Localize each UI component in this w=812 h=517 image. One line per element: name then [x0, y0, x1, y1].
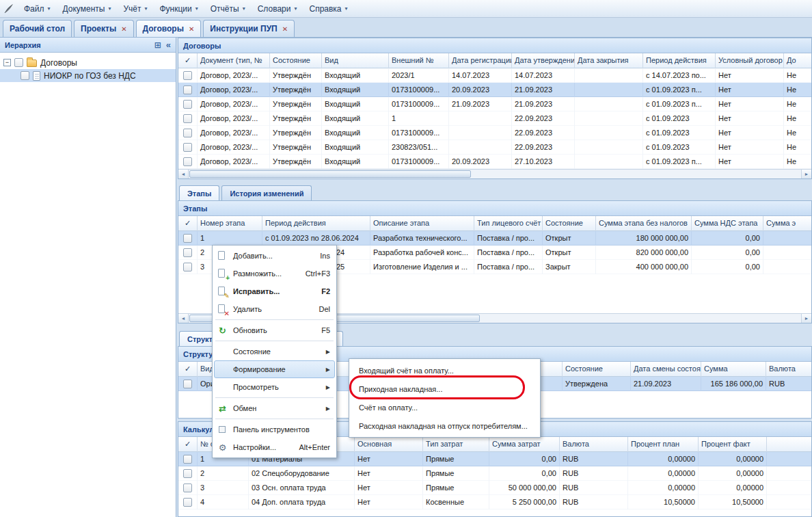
menu-item[interactable]: ↻ОбновитьF5 [214, 321, 335, 339]
main-tab[interactable]: Проекты✕ [74, 20, 133, 37]
submenu-item[interactable]: Счёт на оплату... [349, 398, 540, 416]
tree-node[interactable]: НИОКР по ГОЗ без НДС [0, 69, 176, 82]
column-header[interactable]: Сумма этапа без налогов [596, 216, 692, 231]
table-row[interactable]: Договор, 2023/...УтверждёнВходящий122.09… [178, 111, 811, 126]
row-checkbox[interactable] [183, 248, 192, 257]
submenu-item[interactable]: Расходная накладная на отпуск потребител… [349, 416, 540, 435]
column-header[interactable]: Дата регистрации [449, 53, 512, 68]
table-row[interactable]: Договор, 2023/...УтверждёнВходящий2023/1… [178, 68, 811, 83]
menu-item[interactable]: ✎Исправить...F2 [214, 282, 335, 300]
row-checkbox[interactable] [183, 85, 192, 94]
menu-item[interactable]: Просмотреть▶ [214, 378, 335, 396]
tree-checkbox[interactable] [21, 71, 29, 80]
grid-settings-icon[interactable]: ⊞ [154, 40, 161, 50]
table-row[interactable]: 1с 01.09.2023 по 28.06.2024Разработка те… [178, 231, 811, 246]
column-header[interactable]: Валюта [560, 437, 628, 452]
close-tab-icon[interactable]: ✕ [282, 25, 288, 33]
tree-checkbox[interactable] [14, 58, 23, 67]
column-header[interactable]: Состояние [543, 216, 596, 231]
column-header[interactable]: Сумма затрат [489, 437, 560, 452]
row-checkbox[interactable] [183, 455, 192, 464]
column-header[interactable]: До [784, 53, 811, 68]
column-header[interactable]: Основная [355, 437, 423, 452]
column-header[interactable]: Дата смены состоя [631, 362, 701, 377]
row-checkbox[interactable] [183, 380, 192, 388]
column-header[interactable]: Период действия [643, 53, 716, 68]
column-header[interactable]: Валюта [766, 362, 811, 377]
menu-item[interactable]: ✕УдалитьDel [214, 300, 335, 318]
table-row[interactable]: Договор, 2023/...УтверждёнВходящий017310… [178, 97, 811, 111]
row-checkbox[interactable] [183, 263, 192, 271]
scroll-thumb[interactable] [189, 170, 471, 178]
menubar-item[interactable]: Документы▾ [57, 0, 118, 18]
submenu-item[interactable]: Входящий счёт на оплату... [349, 361, 540, 380]
column-header[interactable]: Дата утверждения [512, 53, 575, 68]
column-header[interactable]: ✓ [178, 53, 198, 68]
column-header[interactable]: Сумма э [763, 216, 811, 231]
column-header[interactable]: Тип затрат [423, 437, 489, 452]
main-tab[interactable]: Рабочий стол [3, 20, 72, 37]
scroll-right-arrow-icon[interactable]: ► [801, 170, 811, 178]
menu-item[interactable]: ⇄Обмен▶ [214, 399, 335, 417]
menu-item[interactable]: Формирование▶ [214, 360, 335, 378]
table-row[interactable]: Договор, 2023/...УтверждёнВходящий017310… [178, 126, 811, 140]
section-tab[interactable]: Этапы [179, 185, 219, 200]
table-row[interactable]: 202 СпецоборудованиеНетПрямые0,00RUB0,00… [178, 466, 811, 481]
tree-expander-icon[interactable]: − [3, 59, 11, 66]
column-header[interactable]: ✓ [178, 362, 198, 377]
row-checkbox[interactable] [183, 114, 192, 123]
row-checkbox[interactable] [183, 469, 192, 478]
menu-item[interactable]: +Размножить...Ctrl+F3 [214, 265, 335, 282]
column-header[interactable]: Сумма НДС этапа [692, 216, 763, 231]
main-tab[interactable]: Инструкции ПУП✕ [203, 20, 295, 37]
menubar-item[interactable]: Словари▾ [252, 0, 303, 18]
menubar-item[interactable]: Справка▾ [303, 0, 353, 18]
scroll-right-arrow-icon[interactable]: ► [801, 314, 811, 323]
section-tab[interactable]: История изменений [221, 185, 312, 200]
column-header[interactable]: Тип лицевого счёт [474, 216, 543, 231]
row-checkbox[interactable] [183, 100, 192, 109]
column-header[interactable]: Состояние [270, 53, 322, 68]
row-checkbox[interactable] [183, 498, 192, 507]
submenu-item[interactable]: Приходная накладная... [349, 380, 540, 398]
column-header[interactable]: Сумма [701, 362, 766, 377]
tree-node[interactable]: −Договоры [0, 56, 176, 69]
column-header[interactable]: Процент факт [699, 437, 767, 452]
column-header[interactable]: Внешний № [389, 53, 449, 68]
column-header[interactable]: Состояние [563, 362, 631, 377]
table-row[interactable]: Договор, 2023/...УтверждёнВходящий017310… [178, 83, 811, 97]
main-tab[interactable]: Договоры✕ [136, 20, 202, 37]
contracts-horizontal-scrollbar[interactable]: ◄ ► [178, 169, 811, 178]
column-header[interactable]: ✓ [178, 216, 198, 231]
scroll-left-arrow-icon[interactable]: ◄ [178, 314, 189, 323]
row-checkbox[interactable] [183, 71, 192, 80]
menubar-item[interactable]: Функции▾ [153, 0, 204, 18]
column-header[interactable]: Период действия [262, 216, 370, 231]
menu-item[interactable]: ⚙Настройки...Alt+Enter [214, 438, 335, 456]
close-tab-icon[interactable]: ✕ [189, 25, 194, 33]
row-checkbox[interactable] [183, 483, 192, 492]
column-header[interactable] [767, 437, 811, 452]
menu-item[interactable]: Панель инструментов [214, 421, 335, 438]
table-row[interactable]: Договор, 2023/...УтверждёнВходящий017310… [178, 155, 811, 169]
close-tab-icon[interactable]: ✕ [121, 25, 126, 33]
column-header[interactable]: ✓ [178, 437, 198, 452]
menubar-item[interactable]: Файл▾ [18, 0, 57, 18]
column-header[interactable]: Документ (тип, № [198, 53, 270, 68]
column-header[interactable]: Процент план [628, 437, 699, 452]
row-checkbox[interactable] [183, 234, 192, 243]
table-row[interactable]: 303 Осн. оплата трудаНетПрямые50 000 000… [178, 481, 811, 495]
row-checkbox[interactable] [183, 129, 192, 137]
column-header[interactable]: Условный договор [716, 53, 784, 68]
column-header[interactable]: Вид [322, 53, 389, 68]
collapse-panel-icon[interactable]: « [166, 40, 171, 50]
table-row[interactable]: 404 Доп. оплата трудаНетКосвенные5 250 0… [178, 495, 811, 509]
column-header[interactable]: Описание этапа [370, 216, 474, 231]
column-header[interactable]: Номер этапа [198, 216, 262, 231]
menu-item[interactable]: Добавить...Ins [214, 247, 335, 265]
row-checkbox[interactable] [183, 157, 192, 166]
row-checkbox[interactable] [183, 143, 192, 152]
menu-item[interactable]: Состояние▶ [214, 343, 335, 360]
column-header[interactable]: Дата закрытия [575, 53, 643, 68]
table-row[interactable]: Договор, 2023/...УтверждёнВходящий230823… [178, 140, 811, 155]
